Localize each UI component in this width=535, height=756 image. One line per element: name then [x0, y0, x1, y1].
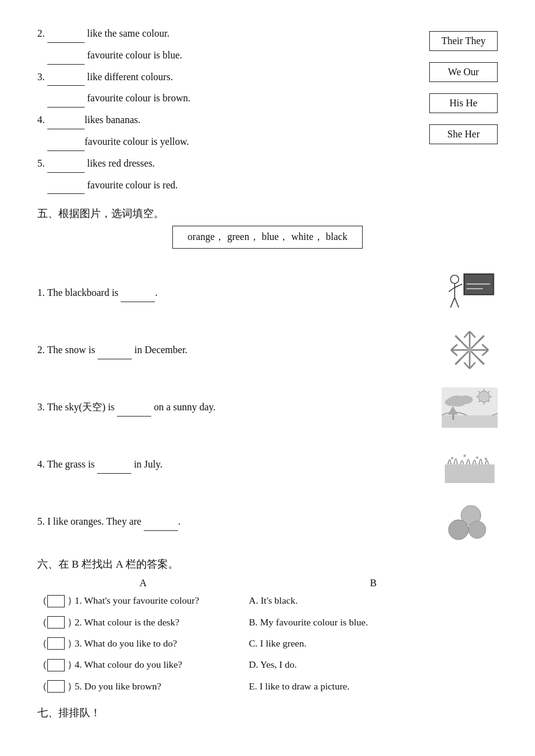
q4-5-text2: favourite colour is red.: [85, 180, 178, 190]
svg-point-43: [451, 457, 454, 459]
q4-3-line1: 3. like different colours.: [37, 68, 417, 86]
sec5-q3: 3. The sky(天空) is on a sunny day.: [37, 385, 498, 429]
blank-4-5-1: [47, 162, 85, 173]
section5: 五、根据图片，选词填空。 orange， green， blue， white，…: [37, 206, 498, 543]
q4-2-text1: like the same colour.: [85, 28, 169, 39]
q4-4-text2: favourite colour is yellow.: [85, 136, 189, 147]
section7: 七、排排队！: [37, 706, 498, 720]
svg-line-3: [455, 284, 462, 288]
svg-point-38: [445, 399, 457, 406]
match-box-5: [47, 680, 65, 693]
sec5-q1-num: 1. The blackboard is: [37, 287, 121, 298]
svg-rect-42: [445, 464, 495, 483]
match-box-2: [47, 616, 65, 629]
paren-close-2: ）: [67, 614, 75, 630]
blank-5-1: [121, 291, 155, 302]
paren-close-3: ）: [67, 635, 75, 652]
q4-4-text1: likes bananas.: [85, 114, 141, 125]
q4-2-line2: favourite colour is blue.: [37, 47, 417, 65]
blank-4-5-2: [47, 183, 85, 194]
match-row-3: （ ） 3. What do you like to do? C. I like…: [37, 635, 498, 652]
match-q-1: 1. What's your favourite colour?: [75, 592, 249, 609]
svg-point-25: [467, 348, 472, 353]
svg-point-45: [476, 456, 478, 459]
sec5-q1-post: .: [155, 287, 157, 298]
match-ans-2: B. My favourite colour is blue.: [249, 614, 498, 630]
sec5-q2: 2. The snow is in December.: [37, 328, 498, 372]
section4-questions: 2. like the same colour. favourite colou…: [37, 25, 417, 198]
sec5-q1: 1. The blackboard is .: [37, 271, 498, 315]
section7-title: 七、排排队！: [37, 706, 498, 720]
ab-header: A B: [37, 578, 498, 589]
q4-3-text2: favourite colour is brown.: [85, 93, 190, 103]
blank-4-3-2: [47, 96, 85, 108]
paren-open-4: （: [37, 657, 45, 673]
blackboard-svg: [442, 270, 498, 316]
svg-line-17: [451, 344, 457, 350]
sec5-q5: 5. I like oranges. They are .: [37, 500, 498, 543]
sec5-q3-post: on a sunny day.: [151, 402, 215, 412]
grass-svg: [445, 446, 495, 483]
q4-5-line1: 5. likes red dresses.: [37, 155, 417, 173]
svg-point-48: [449, 520, 468, 540]
q4-3-text1: like different colours.: [85, 71, 173, 82]
section6-title: 六、在 B 栏找出 A 栏的答案。: [37, 557, 498, 571]
blank-4-4-2: [47, 140, 85, 151]
q4-2-num: 2.: [37, 28, 47, 39]
sky-svg: [442, 387, 498, 428]
paren-close-5: ）: [67, 678, 75, 694]
q4-3-line2: favourite colour is brown.: [37, 90, 417, 108]
q4-5-line2: favourite colour is red.: [37, 177, 417, 195]
svg-line-21: [455, 336, 460, 341]
blank-4-2-1: [47, 32, 85, 43]
svg-line-6: [455, 297, 459, 307]
match-ans-1: A. It's black.: [249, 592, 498, 609]
col-b-header: B: [249, 578, 498, 589]
svg-rect-39: [442, 415, 498, 428]
sec5-q3-img: [442, 385, 498, 429]
section4: 2. like the same colour. favourite colou…: [37, 25, 498, 198]
paren-close-4: ）: [67, 657, 75, 673]
svg-point-49: [468, 521, 486, 538]
sec5-q4-text: 4. The grass is in July.: [37, 456, 435, 474]
sec5-q5-text: 5. I like oranges. They are .: [37, 513, 435, 531]
sec5-q5-img: [442, 500, 498, 543]
match-row-2: （ ） 2. What colour is the desk? B. My fa…: [37, 614, 498, 630]
sec5-q2-text: 2. The snow is in December.: [37, 341, 435, 359]
blank-4-4-1: [47, 118, 85, 129]
match-row-1: （ ） 1. What's your favourite colour? A. …: [37, 592, 498, 609]
svg-point-37: [458, 395, 473, 404]
q4-2-line1: 2. like the same colour.: [37, 25, 417, 43]
svg-line-13: [464, 331, 470, 338]
match-row-5: （ ） 5. Do you like brown? E. I like to d…: [37, 678, 498, 694]
svg-line-19: [482, 344, 488, 350]
section4-layout: 2. like the same colour. favourite colou…: [37, 25, 498, 198]
match-ans-3: C. I like green.: [249, 635, 498, 652]
match-q-5: 5. Do you like brown?: [75, 678, 249, 694]
oranges-svg: [445, 502, 495, 542]
q4-4-line1: 4. likes bananas.: [37, 111, 417, 129]
q4-2-text2: favourite colour is blue.: [85, 50, 182, 60]
q4-5-text1: likes red dresses.: [85, 158, 155, 168]
sec5-q4: 4. The grass is in July.: [37, 443, 498, 486]
sec5-q1-img: [442, 271, 498, 315]
svg-line-16: [470, 362, 475, 369]
sec5-q1-text: 1. The blackboard is .: [37, 284, 435, 302]
sec5-q2-post: in December.: [132, 344, 187, 355]
match-box-1: [47, 595, 65, 607]
blank-5-4: [97, 463, 131, 474]
wordbox-2: We Our: [429, 62, 498, 82]
sec5-q2-num: 2. The snow is: [37, 344, 98, 355]
svg-line-4: [449, 287, 454, 292]
wordbox-4: She Her: [429, 124, 498, 144]
svg-line-15: [464, 362, 470, 369]
match-q-2: 2. What colour is the desk?: [75, 614, 249, 630]
section5-title: 五、根据图片，选词填空。: [37, 206, 498, 221]
svg-point-46: [485, 458, 487, 460]
paren-open-5: （: [37, 678, 45, 694]
sec5-q4-post: in July.: [131, 459, 162, 469]
blank-4-3-1: [47, 75, 85, 86]
section6: 六、在 B 栏找出 A 栏的答案。 A B （ ） 1. What's your…: [37, 557, 498, 694]
svg-line-23: [479, 336, 484, 341]
svg-line-24: [455, 359, 460, 364]
